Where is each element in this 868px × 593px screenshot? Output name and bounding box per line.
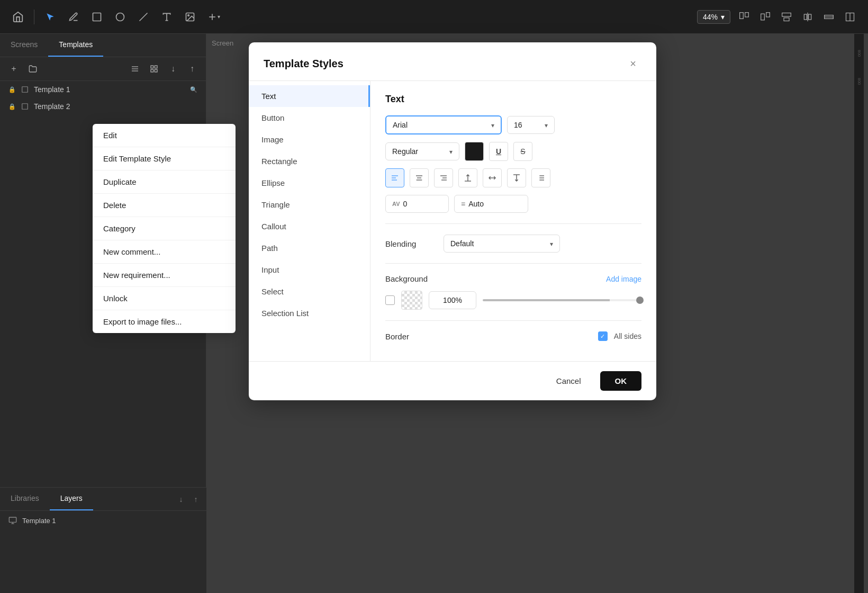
layers-content: Template 1 (0, 511, 206, 530)
rectangle-tool[interactable] (87, 7, 106, 26)
zoom-chevron-icon: ▾ (721, 13, 725, 21)
template-1-lock-icon: 🔒 (8, 86, 16, 93)
svg-point-6 (188, 14, 189, 15)
context-menu-item-new-comment[interactable]: New comment... (93, 240, 236, 264)
align-tool-3[interactable] (777, 7, 796, 26)
blending-select[interactable]: Default (444, 235, 560, 253)
context-menu-item-export[interactable]: Export to image files... (93, 310, 236, 333)
nav-item-text[interactable]: Text (249, 85, 370, 107)
svg-rect-27 (151, 69, 153, 72)
circle-tool[interactable] (111, 7, 130, 26)
nav-item-select[interactable]: Select (249, 281, 370, 302)
letter-spacing-input[interactable]: AV 0 (385, 195, 449, 213)
tab-templates[interactable]: Templates (48, 34, 103, 57)
context-menu-item-edit-style[interactable]: Edit Template Style (93, 147, 236, 170)
tab-libraries[interactable]: Libraries (0, 488, 50, 510)
nav-item-image[interactable]: Image (249, 129, 370, 150)
line-tool[interactable] (134, 7, 153, 26)
context-menu-item-unlock[interactable]: Unlock (93, 287, 236, 310)
font-select[interactable]: Arial (385, 115, 502, 134)
ok-button[interactable]: OK (600, 371, 642, 391)
add-button[interactable]: + (6, 61, 21, 76)
layers-sort-up[interactable]: ↑ (189, 493, 202, 506)
nav-item-rectangle[interactable]: Rectangle (249, 150, 370, 172)
strikethrough-button[interactable]: S (513, 142, 532, 161)
layers-sort-down[interactable]: ↓ (175, 493, 187, 506)
valign-bottom-button[interactable] (507, 168, 526, 187)
text-tool[interactable] (157, 7, 176, 26)
modal-body: Text Button Image Rectangle Ellipse Tria… (249, 81, 656, 361)
nav-item-triangle[interactable]: Triangle (249, 194, 370, 215)
nav-item-ellipse[interactable]: Ellipse (249, 172, 370, 194)
underline-button[interactable]: U (489, 142, 508, 161)
valign-middle-button[interactable] (483, 168, 502, 187)
background-opacity-slider[interactable] (483, 299, 641, 301)
align-tool-2[interactable] (756, 7, 775, 26)
align-left-button[interactable] (385, 168, 404, 187)
tab-layers[interactable]: Layers (50, 488, 93, 510)
layout-tool[interactable] (840, 7, 860, 26)
nav-item-selection-list[interactable]: Selection List (249, 302, 370, 324)
divider-1 (34, 10, 34, 24)
template-1-page-icon (21, 86, 29, 93)
template-item-1[interactable]: 🔒 Template 1 🔍 (0, 81, 206, 98)
grid-view-button[interactable] (147, 61, 161, 76)
line-height-icon: ≡ (461, 200, 465, 208)
border-all-sides-checkbox[interactable]: ✓ (598, 331, 608, 341)
background-opacity-input[interactable]: 100% (429, 291, 476, 309)
template-2-page-icon (21, 103, 29, 110)
context-menu-item-new-requirement[interactable]: New requirement... (93, 264, 236, 287)
align-tool-1[interactable] (735, 7, 754, 26)
valign-top-button[interactable] (458, 168, 477, 187)
alignment-row (385, 168, 641, 187)
screen-label: Screen (212, 39, 233, 47)
image-tool[interactable] (180, 7, 200, 26)
context-menu-item-delete[interactable]: Delete (93, 194, 236, 217)
add-tool[interactable]: ▾ (204, 7, 223, 26)
background-preview[interactable] (401, 291, 422, 310)
background-checkbox[interactable] (385, 295, 395, 305)
svg-rect-13 (782, 13, 791, 16)
context-menu-item-category[interactable]: Category (93, 217, 236, 240)
list-view-button[interactable] (128, 61, 142, 76)
weight-chevron-icon (449, 147, 453, 156)
folder-button[interactable] (25, 61, 40, 76)
tab-screens[interactable]: Screens (0, 34, 48, 57)
add-image-button[interactable]: Add image (606, 275, 641, 283)
align-right-button[interactable] (434, 168, 453, 187)
align-center-button[interactable] (410, 168, 429, 187)
template-1-search-icon[interactable]: 🔍 (190, 86, 197, 93)
background-opacity-value: 100% (443, 296, 462, 304)
size-select[interactable]: 16 (507, 116, 555, 134)
nav-item-callout[interactable]: Callout (249, 215, 370, 237)
ruler-mark-2: 008 (857, 78, 862, 85)
context-menu-item-duplicate[interactable]: Duplicate (93, 170, 236, 194)
zoom-control[interactable]: 44% ▾ (697, 10, 730, 24)
layer-template-1: Template 1 (22, 517, 56, 525)
context-menu-item-edit[interactable]: Edit (93, 124, 236, 147)
home-icon[interactable] (8, 7, 28, 26)
sort-down-button[interactable]: ↓ (166, 61, 180, 76)
letter-spacing-icon: AV (392, 201, 400, 207)
border-row: Border ✓ All sides (385, 331, 641, 341)
opacity-slider-thumb[interactable] (636, 296, 644, 304)
text-color-swatch[interactable] (465, 142, 484, 161)
font-chevron-icon (491, 121, 494, 129)
size-value: 16 (514, 121, 522, 129)
sort-up-button[interactable]: ↑ (185, 61, 200, 76)
pen-tool[interactable] (64, 7, 83, 26)
nav-item-input[interactable]: Input (249, 259, 370, 281)
cancel-button[interactable]: Cancel (544, 371, 594, 391)
arrow-tool[interactable] (41, 7, 60, 26)
modal-header: Template Styles × (249, 42, 656, 81)
modal-close-button[interactable]: × (625, 55, 641, 72)
distribute-tool[interactable] (798, 7, 817, 26)
template-item-2[interactable]: 🔒 Template 2 (0, 98, 206, 115)
nav-item-path[interactable]: Path (249, 237, 370, 259)
nav-item-button[interactable]: Button (249, 107, 370, 129)
more-tool[interactable] (819, 7, 838, 26)
line-height-input[interactable]: ≡ Auto (454, 195, 528, 213)
list-format-button[interactable] (531, 168, 550, 187)
weight-select[interactable]: Regular (385, 142, 459, 160)
all-sides-label: All sides (614, 332, 641, 340)
